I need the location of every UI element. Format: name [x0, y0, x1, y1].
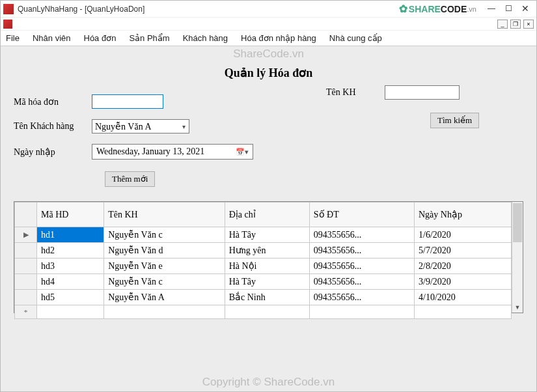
table-row[interactable]: hd2Nguyễn Văn dHưng yên094355656...5/7/2… — [15, 243, 512, 259]
row-indicator — [15, 290, 37, 305]
col-mahd[interactable]: Mã HD — [37, 203, 104, 227]
combo-tenkh-value: Nguyễn Văn A — [95, 121, 152, 132]
cell-empty[interactable] — [309, 305, 414, 319]
datepicker-ngaynhap[interactable]: Wednesday, January 13, 2021 📅▾ — [92, 144, 253, 160]
label-mahd: Mã hóa đơn — [14, 96, 92, 107]
cell-diachi[interactable]: Hà Tây — [225, 274, 309, 290]
col-sodt[interactable]: Số ĐT — [309, 203, 414, 227]
maximize-button[interactable]: ☐ — [500, 3, 517, 16]
menu-sanpham[interactable]: Sản Phẩm — [128, 32, 171, 44]
search-button[interactable]: Tìm kiếm — [430, 113, 479, 128]
mdi-minimize-button[interactable]: _ — [497, 20, 508, 29]
logo-icon: ✿ — [399, 3, 407, 15]
cell-sodt[interactable]: 094355656... — [309, 290, 414, 305]
menubar: File Nhân viên Hóa đơn Sản Phẩm Khách hà… — [1, 31, 536, 46]
table-row[interactable]: hd3Nguyễn Văn eHà Nội094355656...2/8/202… — [15, 259, 512, 274]
mdi-close-button[interactable]: × — [523, 20, 534, 29]
label-ngaynhap: Ngày nhập — [14, 147, 92, 158]
cell-mahd[interactable]: hd5 — [37, 290, 104, 305]
cell-tenkh[interactable]: Nguyễn Văn c — [104, 274, 225, 290]
datepicker-value: Wednesday, January 13, 2021 — [96, 147, 204, 157]
scroll-thumb[interactable] — [513, 203, 522, 242]
menu-hoadonnhap[interactable]: Hóa đơn nhập hàng — [240, 32, 318, 44]
row-indicator: * — [15, 305, 37, 319]
content-area: ShareCode.vn Quản lý Hóa đơn Mã hóa đơn … — [1, 46, 536, 391]
cell-mahd[interactable]: hd2 — [37, 243, 104, 259]
combo-tenkh[interactable]: Nguyễn Văn A ▾ — [92, 119, 189, 133]
watermark-bottom: Copyright © ShareCode.vn — [202, 376, 335, 389]
cell-empty[interactable] — [37, 305, 104, 319]
table-row[interactable]: hd5Nguyễn Văn ABắc Ninh094355656...4/10/… — [15, 290, 512, 305]
cell-mahd[interactable]: hd3 — [37, 259, 104, 274]
cell-tenkh[interactable]: Nguyễn Văn e — [104, 259, 225, 274]
cell-sodt[interactable]: 094355656... — [309, 243, 414, 259]
table-row[interactable]: hd4Nguyễn Văn cHà Tây094355656...3/9/202… — [15, 274, 512, 290]
add-button[interactable]: Thêm mới — [105, 171, 155, 187]
cell-mahd[interactable]: hd4 — [37, 274, 104, 290]
row-indicator: ▶ — [15, 227, 37, 243]
menu-nhacungcap[interactable]: Nhà cung cấp — [328, 32, 383, 44]
app-icon — [3, 4, 14, 14]
input-mahd[interactable] — [92, 94, 163, 109]
cell-diachi[interactable]: Hưng yên — [225, 243, 309, 259]
cell-sodt[interactable]: 094355656... — [309, 259, 414, 274]
cell-ngay[interactable]: 1/6/2020 — [415, 227, 512, 243]
cell-diachi[interactable]: Bắc Ninh — [225, 290, 309, 305]
menu-khachhang[interactable]: Khách hàng — [182, 32, 229, 44]
col-ngaynhap[interactable]: Ngày Nhập — [415, 203, 512, 227]
titlebar: QuanLyNhaHang - [QuanLyHoaDon] ✿ SHARECO… — [1, 1, 536, 18]
minimize-button[interactable]: — — [483, 3, 500, 16]
close-button[interactable]: ✕ — [517, 3, 534, 16]
scroll-down-icon[interactable]: ▼ — [512, 303, 523, 313]
menu-nhanvien[interactable]: Nhân viên — [31, 32, 72, 44]
page-title: Quản lý Hóa đơn — [14, 66, 523, 80]
row-indicator — [15, 259, 37, 274]
cell-empty[interactable] — [415, 305, 512, 319]
label-tenkh-combo: Tên Khách hàng — [14, 121, 92, 132]
cell-tenkh[interactable]: Nguyễn Văn A — [104, 290, 225, 305]
input-tenkh-search[interactable] — [385, 85, 460, 100]
label-tenkh-search: Tên KH — [326, 87, 385, 98]
cell-ngay[interactable]: 4/10/2020 — [415, 290, 512, 305]
cell-mahd[interactable]: hd1 — [37, 227, 104, 243]
cell-tenkh[interactable]: Nguyễn Văn c — [104, 227, 225, 243]
table-row[interactable]: ▶hd1Nguyễn Văn cHà Tây094355656...1/6/20… — [15, 227, 512, 243]
col-diachi[interactable]: Địa chỉ — [225, 203, 309, 227]
child-app-icon — [3, 20, 12, 29]
cell-diachi[interactable]: Hà Nội — [225, 259, 309, 274]
menu-file[interactable]: File — [5, 32, 21, 44]
grid-corner — [15, 203, 37, 227]
mdi-titlebar: _ ❐ × — [1, 18, 536, 31]
cell-tenkh[interactable]: Nguyễn Văn d — [104, 243, 225, 259]
window-title: QuanLyNhaHang - [QuanLyHoaDon] — [18, 5, 145, 14]
cell-diachi[interactable]: Hà Tây — [225, 227, 309, 243]
chevron-down-icon: ▾ — [179, 123, 189, 130]
table-new-row[interactable]: * — [15, 305, 512, 319]
row-indicator — [15, 274, 37, 290]
mdi-restore-button[interactable]: ❐ — [510, 20, 521, 29]
cell-ngay[interactable]: 5/7/2020 — [415, 243, 512, 259]
col-tenkh[interactable]: Tên KH — [104, 203, 225, 227]
grid-scrollbar[interactable]: ▲ ▼ — [512, 202, 523, 313]
cell-ngay[interactable]: 3/9/2020 — [415, 274, 512, 290]
cell-empty[interactable] — [104, 305, 225, 319]
datagrid[interactable]: Mã HD Tên KH Địa chỉ Số ĐT Ngày Nhập ▶hd… — [14, 201, 523, 313]
menu-hoadon[interactable]: Hóa đơn — [83, 32, 118, 44]
calendar-icon: 📅▾ — [236, 148, 249, 156]
cell-empty[interactable] — [225, 305, 309, 319]
cell-ngay[interactable]: 2/8/2020 — [415, 259, 512, 274]
cell-sodt[interactable]: 094355656... — [309, 227, 414, 243]
sharecode-logo: ✿ SHARECODE.vn — [399, 3, 476, 15]
cell-sodt[interactable]: 094355656... — [309, 274, 414, 290]
row-indicator — [15, 243, 37, 259]
